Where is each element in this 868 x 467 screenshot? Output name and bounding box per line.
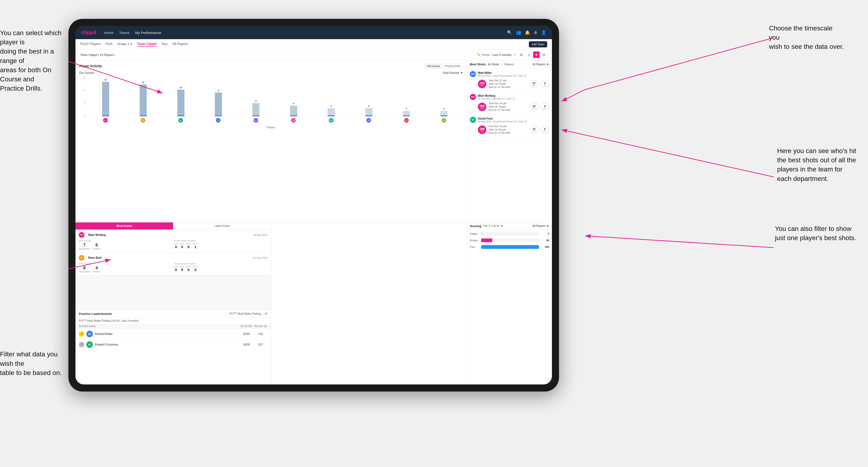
total-rounds-dropdown[interactable]: Total Rounds ▼ <box>443 71 463 74</box>
nav-teams[interactable]: Teams <box>119 31 129 35</box>
shots-title: Best Shots <box>470 63 486 66</box>
shot-entry-2[interactable]: BM Blair McHarg 23 Jul 2023 · Ashridge G… <box>467 92 552 115</box>
scoring-tabs[interactable]: Par 3, 4 & 5s ▼ <box>483 224 503 228</box>
tpa-label-2: Total Practice Activities <box>174 262 268 265</box>
row-score-2: 18/20 <box>239 343 253 346</box>
active-entry-2[interactable]: RB Rees Britt 02 Sep 2023 Total Rounds <box>75 253 271 276</box>
shot-entry-1[interactable]: MM Matt Miller 09 Jun 2023 · Royal North… <box>467 69 552 92</box>
y-label-10: 10 <box>83 89 85 91</box>
tab-all-players[interactable]: All Players <box>173 42 188 47</box>
add-team-button[interactable]: Add Team <box>529 41 547 48</box>
active-entry-header-2: RB Rees Britt 02 Sep 2023 <box>79 255 268 261</box>
gtt-val-2: 0 <box>174 268 178 272</box>
grid-view-icon[interactable]: ⊞ <box>518 52 525 58</box>
show-dropdown[interactable]: Last 3 months <box>492 53 512 57</box>
tab-team-clippd[interactable]: Team Clippd <box>137 42 157 47</box>
scoring-row-eagles: Eagles 3 <box>470 232 549 236</box>
least-active-tab[interactable]: Least Active <box>173 222 271 229</box>
team-header: Team Clippd | 14 Players ✏️ Show: Last 3… <box>75 50 552 60</box>
toggle-practice[interactable]: Practice Drills <box>442 64 463 68</box>
player-avatar-2: BM <box>470 94 476 100</box>
tab-hcaps[interactable]: Hcaps 1-5 <box>117 42 132 47</box>
shot-metric-2a: 43 yds <box>530 102 538 111</box>
view-icons: ⊞ ≡ ♥ ⚙ <box>518 52 547 58</box>
bar-group-6: 3 <box>313 76 349 116</box>
bar-4[interactable]: 5 <box>252 103 259 116</box>
shot-metric-3b: 0 yds <box>540 125 549 134</box>
team-name: Team Clippd | 14 Players <box>80 53 477 57</box>
scoring-players-dropdown[interactable]: All Players ▼ <box>532 224 549 228</box>
tab-pgat[interactable]: PGAT Players <box>80 42 101 47</box>
annotation-best-shots: Here you can see who's hitthe best shots… <box>777 146 856 183</box>
gtt-label: GTT <box>174 243 178 245</box>
bar-2[interactable]: 10 <box>177 90 184 116</box>
bar-8[interactable]: 2 <box>403 111 410 116</box>
leaderboard-row-1[interactable]: 1 RB Richard Butler 19/20 110 <box>75 329 271 339</box>
bar-1[interactable]: 12 <box>140 85 147 116</box>
bar-7[interactable]: 3 <box>365 108 372 116</box>
bar-value-7: 3 <box>368 105 369 107</box>
people-icon[interactable]: 👥 <box>516 30 521 35</box>
bar-group-0: 13 <box>88 76 124 116</box>
all-shots-tab[interactable]: All Shots <box>488 63 499 66</box>
arg-val-2: 0 <box>186 268 191 272</box>
bar-value-1: 12 <box>142 81 144 84</box>
edit-icon[interactable]: ✏️ <box>477 53 481 57</box>
bar-5[interactable]: 4 <box>290 106 297 116</box>
bar-0[interactable]: 13 <box>102 82 109 116</box>
on-course-label: On Course <box>79 71 443 74</box>
best-shots-panel: Best Shots All Shots ▼ Players All Playe… <box>467 60 552 222</box>
bar-value-5: 4 <box>293 102 294 105</box>
chevron-right-2: › <box>548 95 549 99</box>
toggle-on-course[interactable]: On Course <box>425 64 442 68</box>
practice-title: Practice Leaderboards <box>79 312 112 316</box>
x-label-2: DF <box>162 117 199 124</box>
practice-dropdown[interactable]: PUTT Must Make Putting ... ▼ <box>114 312 268 315</box>
col-pb-avg: PB AVG SQ <box>253 325 268 328</box>
all-players-dropdown[interactable]: All Players ▼ <box>532 63 549 66</box>
col-pb-score: PB SCORE <box>239 325 253 328</box>
scoring-header: Scoring Par 3, 4 & 5s ▼ All Players ▼ <box>467 222 552 230</box>
tab-pga[interactable]: PGA <box>105 42 113 47</box>
shot-metric-1b: 0 yds <box>540 80 549 88</box>
dropdown-chevron[interactable]: ▼ <box>514 53 516 56</box>
active-name-section-2: RB Rees Britt <box>79 255 253 261</box>
players-tab[interactable]: Players <box>504 63 514 66</box>
row-score-1: 19/20 <box>239 332 253 336</box>
list-view-icon[interactable]: ≡ <box>526 52 532 58</box>
x-label-4: EE <box>238 117 274 124</box>
leaderboard-row-2[interactable]: 2 EC Edward Crossman 18/20 107 <box>75 339 271 350</box>
tab-tour[interactable]: Tour <box>161 42 168 47</box>
player-avatar-3: DF <box>470 117 476 123</box>
search-icon[interactable]: 🔍 <box>507 30 512 35</box>
tablet-frame: clippd Home Teams My Performance 🔍 👥 🔔 ⊕… <box>68 19 559 392</box>
x-label-5: DB <box>276 117 312 124</box>
shot-details-2: 200 SG Shot Dist: 43 yds Start Lie: Roug… <box>478 102 549 112</box>
bell-icon[interactable]: 🔔 <box>525 30 530 35</box>
player-avatar-1: MM <box>470 71 476 77</box>
avatar-icon[interactable]: 👤 <box>541 30 546 35</box>
bar-3[interactable]: 9 <box>215 92 222 116</box>
settings-view-icon[interactable]: ⚙ <box>540 52 547 58</box>
active-stats-1: Total Rounds 7 Tournament 6 Practice <box>79 240 268 250</box>
active-entry-1[interactable]: BM Blair McHarg 26 Aug 2023 Total Rounds <box>75 230 271 253</box>
shot-text-1: Shot Dist: 67 yds Start Lie: Rough End L… <box>489 79 527 89</box>
bar-6[interactable]: 3 <box>328 108 335 116</box>
most-active-tab[interactable]: Most Active <box>75 222 173 229</box>
practice-val-2: 4 <box>93 266 101 271</box>
add-circle-icon[interactable]: ⊕ <box>534 30 537 35</box>
bar-group-3: 9 <box>200 76 236 116</box>
chart-area: 1312109543322 <box>86 76 463 117</box>
nav-performance[interactable]: My Performance <box>135 31 161 35</box>
scoring-title: Scoring <box>470 224 481 228</box>
eagles-bar <box>481 232 482 236</box>
birdies-value: 96 <box>541 239 549 242</box>
most-active-panel: Most Active Least Active BM Blair McHarg <box>75 222 271 310</box>
bar-9[interactable]: 2 <box>440 111 447 116</box>
shot-metric-3a: 16 yds <box>530 125 538 134</box>
nav-home[interactable]: Home <box>104 31 114 35</box>
player-info-2: Blair McHarg 23 Jul 2023 · Ashridge GC, … <box>478 94 548 100</box>
shot-text-3: Shot Dist: 16 yds Start Lie: Rough End L… <box>489 125 527 135</box>
shot-entry-3[interactable]: DF David Ford 24 Aug 2023 · Royal North … <box>467 115 552 137</box>
card-view-icon[interactable]: ♥ <box>533 52 540 58</box>
